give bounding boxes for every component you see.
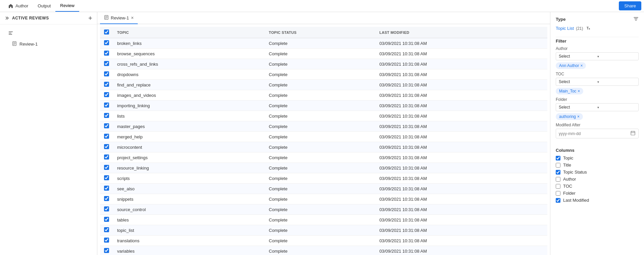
nav-home[interactable]: Author — [3, 0, 33, 12]
table-row: snippets Complete 03/09/2021 10:31:08 AM — [100, 194, 547, 204]
row-last-modified: 03/09/2021 10:31:08 AM — [375, 101, 547, 111]
row-checkbox[interactable] — [104, 134, 109, 139]
column-checkbox[interactable] — [556, 163, 560, 168]
nav-output[interactable]: Output — [33, 0, 55, 12]
column-item: Title — [556, 163, 639, 168]
top-nav: Author Output Review Share — [0, 0, 644, 12]
home-icon — [7, 3, 14, 9]
row-checkbox[interactable] — [104, 227, 109, 232]
tab-close-button[interactable]: × — [131, 15, 134, 20]
row-checkbox[interactable] — [104, 196, 109, 201]
row-checkbox[interactable] — [104, 144, 109, 149]
row-checkbox[interactable] — [104, 82, 109, 87]
row-topic: find_and_replace — [113, 80, 265, 90]
column-item: Last Modified — [556, 198, 639, 203]
toc-select-text: Select — [559, 79, 597, 84]
sidebar-item-label: Review-1 — [19, 42, 38, 47]
column-checkbox[interactable] — [556, 198, 560, 203]
column-label: Topic Status — [563, 170, 587, 175]
table-row: lists Complete 03/09/2021 10:31:08 AM — [100, 111, 547, 121]
row-last-modified: 03/09/2021 10:31:08 AM — [375, 246, 547, 255]
row-checkbox[interactable] — [104, 40, 109, 45]
row-topic: browse_sequences — [113, 49, 265, 59]
row-last-modified: 03/09/2021 10:31:08 AM — [375, 142, 547, 152]
column-checkbox[interactable] — [556, 156, 560, 161]
row-last-modified: 03/09/2021 10:31:08 AM — [375, 38, 547, 49]
row-topic-status: Complete — [265, 121, 375, 132]
row-checkbox[interactable] — [104, 154, 109, 160]
modified-after-input[interactable] — [559, 131, 630, 136]
row-topic: resource_linking — [113, 163, 265, 173]
column-checkbox[interactable] — [556, 170, 560, 175]
row-checkbox[interactable] — [104, 175, 109, 180]
row-checkbox[interactable] — [104, 71, 109, 76]
table-row: variables Complete 03/09/2021 10:31:08 A… — [100, 246, 547, 255]
row-topic-status: Complete — [265, 132, 375, 142]
row-checkbox-cell — [100, 204, 113, 215]
row-checkbox[interactable] — [104, 51, 109, 56]
topic-list-row: Topic List (21) Tₐ — [556, 25, 639, 31]
table-container[interactable]: TOPIC TOPIC STATUS LAST MODIFIED broken_… — [97, 24, 550, 255]
row-checkbox[interactable] — [104, 103, 109, 108]
tab-review1[interactable]: Review-1 × — [100, 12, 138, 24]
row-checkbox-cell — [100, 132, 113, 142]
row-checkbox[interactable] — [104, 217, 109, 222]
row-checkbox[interactable] — [104, 248, 109, 253]
modified-after-label: Modified After — [556, 123, 639, 127]
table-body: broken_links Complete 03/09/2021 10:31:0… — [100, 38, 547, 255]
sidebar-title: ACTIVE REVIEWS — [12, 16, 88, 20]
header-checkbox-cell — [100, 27, 113, 38]
row-topic: project_settings — [113, 152, 265, 163]
filter-icon[interactable] — [633, 16, 639, 22]
table-row: merged_help Complete 03/09/2021 10:31:08… — [100, 132, 547, 142]
row-topic-status: Complete — [265, 204, 375, 215]
row-checkbox[interactable] — [104, 113, 109, 118]
column-checkbox[interactable] — [556, 191, 560, 196]
row-checkbox[interactable] — [104, 61, 109, 66]
row-topic: scripts — [113, 173, 265, 184]
toc-icon-button[interactable] — [4, 28, 17, 38]
row-checkbox[interactable] — [104, 92, 109, 97]
row-topic-status: Complete — [265, 184, 375, 194]
svg-text:Tₐ: Tₐ — [587, 26, 590, 30]
share-button[interactable]: Share — [619, 1, 641, 10]
column-checkbox[interactable] — [556, 184, 560, 189]
column-checkbox[interactable] — [556, 177, 560, 182]
row-checkbox[interactable] — [104, 186, 109, 191]
table-row: see_also Complete 03/09/2021 10:31:08 AM — [100, 184, 547, 194]
row-checkbox[interactable] — [104, 123, 109, 128]
header-topic-status: TOPIC STATUS — [265, 27, 375, 38]
folder-select-dropdown[interactable]: Select ▾ — [556, 103, 639, 111]
column-label: Title — [563, 163, 571, 168]
row-last-modified: 03/09/2021 10:31:08 AM — [375, 90, 547, 101]
row-topic: cross_refs_and_links — [113, 59, 265, 69]
sidebar-add-button[interactable] — [88, 15, 93, 21]
author-select-dropdown[interactable]: Select ▾ — [556, 52, 639, 60]
select-all-checkbox[interactable] — [104, 29, 109, 35]
row-checkbox[interactable] — [104, 165, 109, 170]
columns-list: Topic Title Topic Status Author TOC Fold… — [556, 155, 639, 203]
toc-select-dropdown[interactable]: Select ▾ — [556, 78, 639, 86]
nav-review-label: Review — [60, 3, 75, 8]
folder-tag-remove-button[interactable]: × — [577, 114, 580, 119]
row-checkbox-cell — [100, 194, 113, 204]
row-topic: see_also — [113, 184, 265, 194]
nav-review[interactable]: Review — [55, 0, 79, 12]
row-topic-status: Complete — [265, 111, 375, 121]
content-area: Review-1 × TOPIC TOPIC STATUS LAST MODIF… — [97, 12, 550, 255]
row-checkbox[interactable] — [104, 206, 109, 211]
sidebar-expand-button[interactable] — [4, 15, 9, 21]
column-label: Last Modified — [563, 198, 589, 203]
row-topic: tables — [113, 215, 265, 225]
sidebar-item-review1[interactable]: Review-1 — [0, 39, 97, 49]
row-checkbox-cell — [100, 49, 113, 59]
calendar-icon[interactable] — [630, 130, 636, 137]
table-header: TOPIC TOPIC STATUS LAST MODIFIED — [100, 27, 547, 38]
row-checkbox[interactable] — [104, 238, 109, 243]
tab-document-icon — [104, 15, 109, 21]
toc-tag-remove-button[interactable]: × — [578, 89, 580, 93]
row-last-modified: 03/09/2021 10:31:08 AM — [375, 59, 547, 69]
author-tag-remove-button[interactable]: × — [580, 63, 583, 68]
text-format-icon[interactable]: Tₐ — [586, 25, 591, 31]
table-row: master_pages Complete 03/09/2021 10:31:0… — [100, 121, 547, 132]
